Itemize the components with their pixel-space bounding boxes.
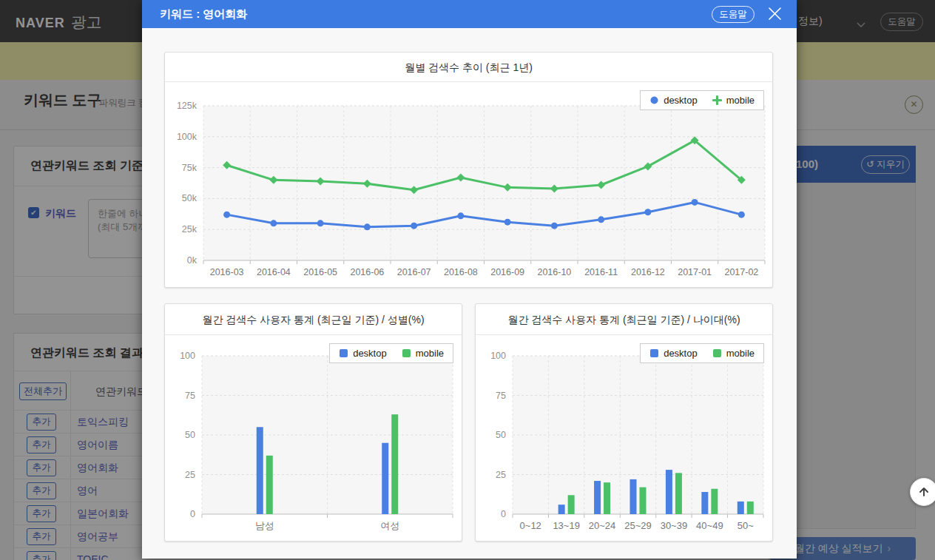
age-bar-chart: desktopmobile 02550751000~1213~1920~2425… bbox=[476, 335, 772, 541]
chart-legend: desktopmobile bbox=[329, 343, 453, 363]
legend-label: mobile bbox=[726, 348, 755, 359]
svg-text:2016-05: 2016-05 bbox=[303, 267, 337, 277]
svg-text:75: 75 bbox=[496, 391, 506, 401]
monthly-trend-chart-card: 월별 검색수 추이 (최근 1년) desktopmobile 0k25k50k… bbox=[164, 52, 773, 288]
svg-text:2016-09: 2016-09 bbox=[490, 267, 524, 277]
legend-label: mobile bbox=[416, 348, 444, 359]
gender-bar-chart-canvas: 0255075100남성여성 bbox=[165, 335, 462, 541]
legend-item-mobile[interactable]: mobile bbox=[712, 348, 755, 359]
chart-title: 월간 검색수 사용자 통계 (최근일 기준) / 성별(%) bbox=[202, 314, 424, 325]
svg-text:2016-06: 2016-06 bbox=[350, 267, 384, 277]
modal-title: 키워드 : 영어회화 bbox=[160, 7, 247, 21]
svg-text:75: 75 bbox=[185, 391, 195, 401]
svg-text:25~29: 25~29 bbox=[624, 520, 652, 531]
legend-label: desktop bbox=[353, 348, 387, 359]
svg-text:2016-04: 2016-04 bbox=[257, 267, 291, 277]
line-chart-canvas: 0k25k50k75k100k125k2016-032016-042016-05… bbox=[165, 82, 772, 287]
svg-text:40~49: 40~49 bbox=[696, 520, 723, 531]
svg-text:2016-03: 2016-03 bbox=[210, 267, 244, 277]
plus-marker-icon bbox=[712, 95, 722, 105]
legend-item-desktop[interactable]: desktop bbox=[649, 348, 698, 359]
close-icon[interactable] bbox=[767, 7, 782, 21]
legend-item-desktop[interactable]: desktop bbox=[339, 348, 387, 359]
scroll-to-top-button[interactable] bbox=[910, 478, 935, 506]
line-chart: desktopmobile 0k25k50k75k100k125k2016-03… bbox=[165, 82, 772, 287]
chart-title-bar: 월간 검색수 사용자 통계 (최근일 기준) / 성별(%) bbox=[165, 304, 462, 335]
svg-text:남성: 남성 bbox=[255, 520, 274, 531]
svg-text:2016-10: 2016-10 bbox=[537, 267, 571, 277]
legend-item-mobile[interactable]: mobile bbox=[712, 95, 755, 106]
svg-text:50: 50 bbox=[496, 430, 506, 440]
svg-text:여성: 여성 bbox=[380, 520, 399, 531]
square-marker-icon bbox=[649, 348, 659, 358]
svg-text:2017-02: 2017-02 bbox=[724, 267, 758, 277]
square-marker-icon bbox=[339, 348, 348, 358]
age-bar-chart-canvas: 02550751000~1213~1920~2425~2930~3940~495… bbox=[476, 335, 772, 541]
keyword-detail-modal: 키워드 : 영어회화 도움말 월별 검색수 추이 (최근 1년) desktop… bbox=[142, 0, 797, 559]
svg-text:50: 50 bbox=[185, 430, 195, 440]
legend-label: mobile bbox=[726, 95, 755, 106]
svg-text:2017-01: 2017-01 bbox=[678, 267, 712, 277]
square-marker-icon bbox=[402, 348, 411, 358]
svg-text:100: 100 bbox=[180, 351, 195, 361]
legend-label: desktop bbox=[664, 348, 698, 359]
svg-text:25: 25 bbox=[496, 470, 506, 480]
svg-text:13~19: 13~19 bbox=[553, 520, 580, 531]
chart-title-bar: 월간 검색수 사용자 통계 (최근일 기준) / 나이대(%) bbox=[476, 304, 772, 335]
svg-text:75k: 75k bbox=[182, 163, 198, 173]
svg-text:2016-08: 2016-08 bbox=[444, 267, 478, 277]
circle-marker-icon bbox=[649, 95, 659, 105]
svg-text:0~12: 0~12 bbox=[520, 520, 541, 531]
gender-stats-chart-card: 월간 검색수 사용자 통계 (최근일 기준) / 성별(%) desktopmo… bbox=[164, 303, 462, 542]
svg-text:2016-11: 2016-11 bbox=[584, 267, 618, 277]
svg-text:25: 25 bbox=[185, 470, 195, 480]
square-marker-icon bbox=[712, 348, 722, 358]
svg-text:50~: 50~ bbox=[737, 520, 754, 531]
svg-text:0k: 0k bbox=[187, 255, 198, 266]
svg-text:50k: 50k bbox=[182, 193, 198, 203]
chart-title: 월별 검색수 추이 (최근 1년) bbox=[405, 61, 533, 73]
svg-text:2016-07: 2016-07 bbox=[397, 267, 431, 277]
chart-legend: desktopmobile bbox=[640, 343, 764, 363]
svg-text:0: 0 bbox=[501, 509, 506, 519]
modal-help-button[interactable]: 도움말 bbox=[712, 6, 755, 23]
svg-text:0: 0 bbox=[190, 509, 195, 519]
svg-text:20~24: 20~24 bbox=[589, 520, 616, 531]
legend-label: desktop bbox=[664, 95, 698, 106]
chart-title-bar: 월별 검색수 추이 (최근 1년) bbox=[165, 53, 772, 82]
gender-bar-chart: desktopmobile 0255075100남성여성 bbox=[165, 335, 462, 541]
modal-header: 키워드 : 영어회화 도움말 bbox=[142, 0, 797, 28]
svg-text:25k: 25k bbox=[182, 224, 198, 235]
legend-item-mobile[interactable]: mobile bbox=[402, 348, 444, 359]
chart-title: 월간 검색수 사용자 통계 (최근일 기준) / 나이대(%) bbox=[507, 314, 740, 325]
legend-item-desktop[interactable]: desktop bbox=[649, 95, 698, 106]
svg-text:100k: 100k bbox=[177, 132, 198, 142]
svg-text:100: 100 bbox=[490, 351, 506, 361]
svg-text:2016-12: 2016-12 bbox=[631, 267, 665, 277]
age-stats-chart-card: 월간 검색수 사용자 통계 (최근일 기준) / 나이대(%) desktopm… bbox=[475, 303, 773, 542]
svg-text:125k: 125k bbox=[177, 101, 198, 111]
svg-text:30~39: 30~39 bbox=[661, 520, 688, 531]
chart-legend: desktopmobile bbox=[640, 90, 764, 110]
